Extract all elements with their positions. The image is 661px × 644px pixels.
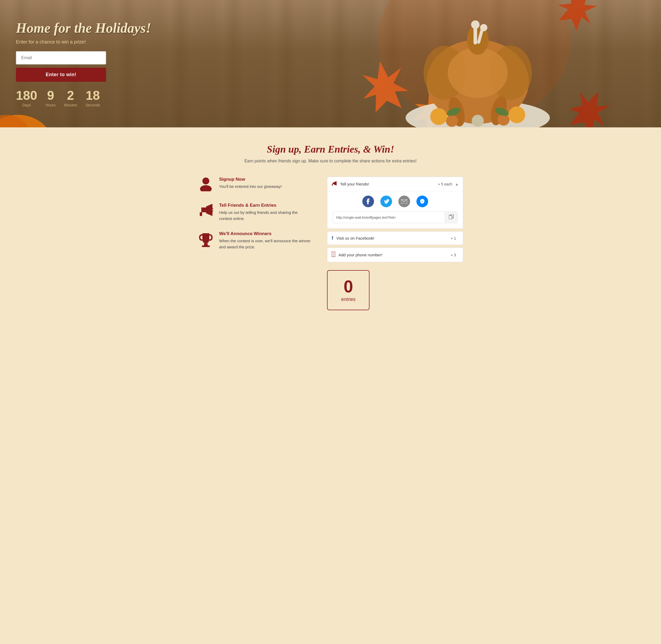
svg-rect-40	[202, 246, 210, 247]
countdown-minutes: 2 Minutes	[64, 89, 77, 107]
add-phone-header[interactable]: Add your phone number! + 3	[327, 248, 463, 262]
visit-facebook-card: f Visit us on Facebook! + 1	[327, 231, 463, 245]
hero-title: Home for the Holidays!	[16, 20, 151, 36]
trophy-icon	[198, 231, 214, 249]
add-phone-points: + 3	[451, 253, 456, 257]
tell-friends-title: Tell Friends & Earn Entries	[219, 203, 311, 208]
step-announce: We'll Announce Winners When the contest …	[198, 231, 311, 250]
visit-facebook-label: Visit us on Facebook!	[336, 236, 451, 240]
svg-rect-46	[449, 215, 452, 219]
announce-text: We'll Announce Winners When the contest …	[219, 231, 311, 250]
signup-title: Signup Now	[219, 177, 282, 182]
share-link-text: http://single-wait.kickoffpages.test?kid…	[333, 213, 445, 222]
svg-point-33	[203, 178, 209, 184]
actions-column: Tell your friends! + 5 each ▲	[327, 177, 463, 310]
tell-friends-card: Tell your friends! + 5 each ▲	[327, 177, 463, 229]
email-share-button[interactable]	[398, 196, 410, 207]
signup-icon	[198, 177, 214, 193]
entries-wrapper: 0 entries	[327, 265, 463, 310]
countdown-days: 180 Days	[16, 89, 37, 107]
bottom-section: Sign up, Earn Entries, & Win! Earn point…	[0, 128, 661, 331]
chevron-up-icon: ▲	[455, 182, 458, 186]
countdown-hours: 9 Hours	[46, 89, 55, 107]
tell-friends-points: + 5 each	[438, 182, 452, 186]
visit-facebook-header[interactable]: f Visit us on Facebook! + 1	[327, 232, 463, 245]
entries-label: entries	[338, 297, 358, 302]
svg-rect-48	[332, 252, 335, 256]
twitter-share-button[interactable]	[380, 196, 392, 207]
hours-label: Hours	[46, 103, 55, 107]
hero-content: Home for the Holidays! Enter for a chanc…	[16, 20, 151, 107]
tell-friends-description: Help us out by telling friends and shari…	[219, 210, 311, 222]
svg-marker-35	[201, 207, 206, 212]
svg-rect-39	[204, 243, 208, 246]
share-link-row: http://single-wait.kickoffpages.test?kid…	[333, 211, 457, 223]
countdown-seconds: 18 Seconds	[86, 89, 100, 107]
svg-rect-43	[332, 184, 333, 185]
signup-text: Signup Now You'll be entered into our gi…	[219, 177, 282, 190]
svg-point-34	[200, 185, 212, 191]
countdown: 180 Days 9 Hours 2 Minutes 18 Seconds	[16, 89, 151, 107]
facebook-icon: f	[332, 235, 333, 241]
svg-marker-36	[206, 204, 212, 216]
copy-link-button[interactable]	[445, 212, 457, 223]
section-subtitle: Earn points when friends sign up. Make s…	[10, 159, 651, 163]
entries-number: 0	[338, 278, 358, 295]
facebook-share-button[interactable]	[362, 196, 374, 207]
messenger-share-button[interactable]	[417, 196, 428, 207]
svg-rect-37	[200, 212, 202, 216]
tell-friends-text: Tell Friends & Earn Entries Help us out …	[219, 203, 311, 222]
hours-number: 9	[46, 89, 55, 102]
email-input[interactable]	[16, 51, 106, 65]
tell-friends-header[interactable]: Tell your friends! + 5 each ▲	[327, 177, 463, 191]
add-phone-label: Add your phone number!	[338, 253, 451, 257]
step-signup: Signup Now You'll be entered into our gi…	[198, 177, 311, 193]
step-tell-friends: Tell Friends & Earn Entries Help us out …	[198, 203, 311, 222]
enter-to-win-button[interactable]: Enter to win!	[16, 68, 106, 82]
phone-icon	[332, 252, 335, 258]
visit-facebook-points: + 1	[451, 236, 456, 240]
hero-subtitle: Enter for a chance to win a prize!	[16, 39, 151, 45]
add-phone-card: Add your phone number! + 3	[327, 248, 463, 262]
social-share-buttons	[333, 196, 457, 207]
minutes-number: 2	[64, 89, 77, 102]
minutes-label: Minutes	[64, 103, 77, 107]
entries-box: 0 entries	[327, 270, 370, 310]
seconds-number: 18	[86, 89, 100, 102]
days-number: 180	[16, 89, 37, 102]
tell-friends-body: http://single-wait.kickoffpages.test?kid…	[327, 191, 463, 228]
days-label: Days	[16, 103, 37, 107]
svg-marker-41	[333, 183, 334, 184]
tell-friends-action-label: Tell your friends!	[340, 182, 438, 186]
steps-column: Signup Now You'll be entered into our gi…	[198, 177, 311, 259]
megaphone-action-icon	[332, 181, 337, 187]
signup-description: You'll be entered into our giveaway!	[219, 184, 282, 190]
announce-description: When the contest is over, we'll announce…	[219, 238, 311, 250]
svg-point-49	[333, 256, 334, 256]
two-column-layout: Signup Now You'll be entered into our gi…	[198, 177, 463, 310]
svg-marker-42	[334, 181, 337, 185]
section-title: Sign up, Earn Entries, & Win!	[10, 143, 651, 155]
seconds-label: Seconds	[86, 103, 100, 107]
hero-section: Home for the Holidays! Enter for a chanc…	[0, 0, 661, 128]
megaphone-icon	[198, 203, 214, 219]
announce-title: We'll Announce Winners	[219, 231, 311, 236]
